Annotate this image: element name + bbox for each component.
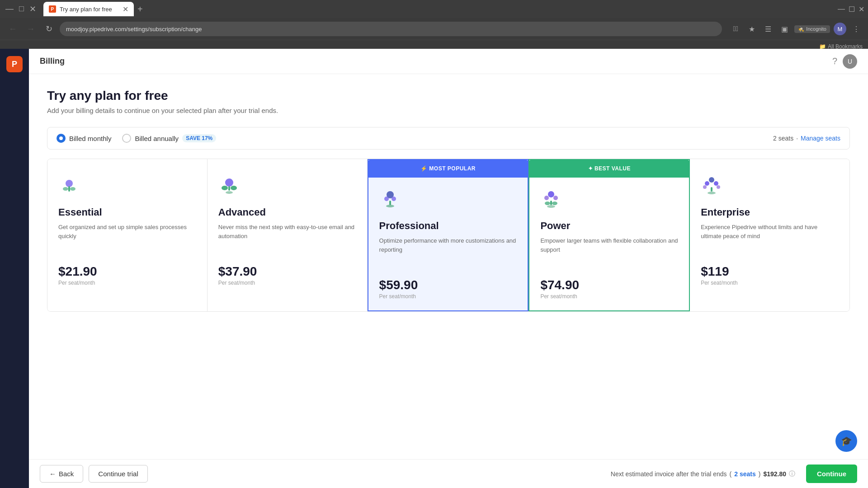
page-title: Try any plan for free xyxy=(47,89,850,103)
help-float-button[interactable]: 🎓 xyxy=(835,430,857,452)
billing-annually-option[interactable]: Billed annually SAVE 17% xyxy=(122,134,216,143)
close-icon[interactable]: ✕ xyxy=(28,4,38,14)
plan-card-advanced[interactable]: Advanced Never miss the next step with e… xyxy=(208,159,368,311)
plan-price-power: $74.90 xyxy=(540,278,678,292)
svg-point-0 xyxy=(66,180,73,187)
profile-icon[interactable]: M xyxy=(834,23,846,35)
invoice-info-icon[interactable]: ⓘ xyxy=(789,470,795,478)
bookmark-star-icon[interactable]: ★ xyxy=(745,23,758,35)
win-restore-btn[interactable]: ☐ xyxy=(849,5,855,14)
billing-toggle-row: Billed monthly Billed annually SAVE 17% … xyxy=(47,127,850,150)
svg-point-15 xyxy=(544,196,549,200)
billing-options: Billed monthly Billed annually SAVE 17% xyxy=(57,134,216,143)
plan-period-enterprise: Per seat/month xyxy=(701,280,839,286)
new-tab-button[interactable]: + xyxy=(136,2,145,16)
plan-card-inner-professional: Professional Optimize performance with m… xyxy=(379,171,517,300)
svg-point-11 xyxy=(392,197,396,201)
billing-annually-label: Billed annually xyxy=(135,135,179,142)
visibility-off-icon[interactable]: 👁̸ xyxy=(729,23,742,35)
manage-seats-link[interactable]: Manage seats xyxy=(801,135,840,142)
plan-name-essential: Essential xyxy=(58,206,196,218)
svg-point-18 xyxy=(545,202,550,205)
url-text: moodjoy.pipedrive.com/settings/subscript… xyxy=(66,26,202,33)
browser-titlebar: — □ ✕ P Try any plan for free ✕ + ― ☐ ✕ xyxy=(0,0,868,18)
continue-button[interactable]: Continue xyxy=(806,465,857,483)
titlebar-left: — □ ✕ xyxy=(4,4,42,14)
app-logo[interactable]: P xyxy=(6,56,23,72)
invoice-seats-link[interactable]: 2 seats xyxy=(734,470,755,478)
browser-icons: 👁̸ ★ ☰ ▣ 🕵 Incognito M ⋮ xyxy=(729,23,863,35)
plan-card-inner-essential: Essential Get organized and set up simpl… xyxy=(58,170,196,286)
content-area: Try any plan for free Add your billing d… xyxy=(29,74,868,326)
svg-rect-26 xyxy=(711,187,712,192)
svg-point-24 xyxy=(703,185,707,189)
help-icon[interactable]: ? xyxy=(832,56,837,66)
minimize-icon[interactable]: — xyxy=(4,4,15,14)
plan-icon-enterprise xyxy=(701,175,839,201)
plan-price-essential: $21.90 xyxy=(58,264,196,279)
plan-desc-enterprise: Experience Pipedrive without limits and … xyxy=(701,223,839,255)
win-minimize-btn[interactable]: ― xyxy=(838,5,845,13)
incognito-badge: 🕵 Incognito xyxy=(794,25,830,33)
save-badge: SAVE 17% xyxy=(182,134,216,142)
app-header: Billing ? U xyxy=(29,49,868,74)
svg-rect-1 xyxy=(68,186,70,192)
plan-card-professional[interactable]: ⚡ MOST POPULAR Professional Optimize per… xyxy=(368,159,529,311)
sidebar: P xyxy=(0,49,29,488)
plan-name-enterprise: Enterprise xyxy=(701,206,839,218)
plan-icon-professional xyxy=(379,189,517,215)
back-nav-button[interactable]: ← xyxy=(5,22,20,36)
back-button[interactable]: ← Back xyxy=(40,465,83,483)
address-bar[interactable]: moodjoy.pipedrive.com/settings/subscript… xyxy=(60,22,722,36)
svg-point-23 xyxy=(714,181,718,186)
user-avatar[interactable]: U xyxy=(843,54,857,69)
app-container: P Billing ? U Try any plan for free Add … xyxy=(0,49,868,488)
billing-monthly-option[interactable]: Billed monthly xyxy=(57,134,111,143)
plan-badge-professional: ⚡ MOST POPULAR xyxy=(368,160,528,178)
page-subtitle: Add your billing details to continue on … xyxy=(47,107,850,114)
billing-monthly-radio[interactable] xyxy=(57,134,66,143)
svg-rect-17 xyxy=(550,201,552,205)
plan-icon-power xyxy=(540,189,678,215)
browser-tab[interactable]: P Try any plan for free ✕ xyxy=(43,2,134,16)
back-arrow-icon: ← xyxy=(49,470,56,478)
titlebar-right: ― ☐ ✕ xyxy=(834,5,864,14)
svg-point-8 xyxy=(226,191,233,194)
svg-point-19 xyxy=(552,202,557,205)
svg-point-21 xyxy=(709,177,714,183)
split-view-icon[interactable]: ▣ xyxy=(778,23,791,35)
plan-card-essential[interactable]: Essential Get organized and set up simpl… xyxy=(47,159,208,311)
svg-point-6 xyxy=(222,186,228,190)
maximize-icon[interactable]: □ xyxy=(17,4,26,14)
svg-point-2 xyxy=(63,187,68,191)
billing-annually-radio[interactable] xyxy=(122,134,131,143)
plan-card-power[interactable]: ✦ BEST VALUE Power Empower larger teams … xyxy=(528,159,690,311)
seats-count: 2 seats xyxy=(773,135,793,142)
plan-desc-power: Empower larger teams with flexible colla… xyxy=(540,236,678,269)
plan-card-inner-enterprise: Enterprise Experience Pipedrive without … xyxy=(701,170,839,286)
extensions-icon[interactable]: ☰ xyxy=(762,23,774,35)
svg-point-13 xyxy=(386,205,394,207)
win-close-btn[interactable]: ✕ xyxy=(859,5,864,14)
page-header-title: Billing xyxy=(40,56,65,66)
plan-desc-advanced: Never miss the next step with easy-to-us… xyxy=(218,223,356,255)
tab-title: Try any plan for free xyxy=(60,6,112,13)
tab-favicon: P xyxy=(49,5,56,13)
invoice-text: Next estimated invoice after the trial e… xyxy=(611,470,727,478)
svg-point-27 xyxy=(708,192,716,194)
svg-point-25 xyxy=(717,185,720,189)
reload-button[interactable]: ↻ xyxy=(42,22,56,36)
menu-icon[interactable]: ⋮ xyxy=(850,23,863,35)
plan-desc-professional: Optimize performance with more customiza… xyxy=(379,236,517,269)
continue-trial-button[interactable]: Continue trial xyxy=(89,465,147,483)
forward-nav-button[interactable]: → xyxy=(24,22,38,36)
plan-card-enterprise[interactable]: Enterprise Experience Pipedrive without … xyxy=(690,159,849,311)
svg-point-4 xyxy=(225,178,233,187)
plan-name-advanced: Advanced xyxy=(218,206,356,218)
tab-close-button[interactable]: ✕ xyxy=(123,5,128,14)
svg-point-20 xyxy=(547,205,555,208)
radio-inner xyxy=(59,136,63,140)
plan-price-advanced: $37.90 xyxy=(218,264,356,279)
plan-period-power: Per seat/month xyxy=(540,293,678,300)
svg-point-14 xyxy=(548,191,554,197)
